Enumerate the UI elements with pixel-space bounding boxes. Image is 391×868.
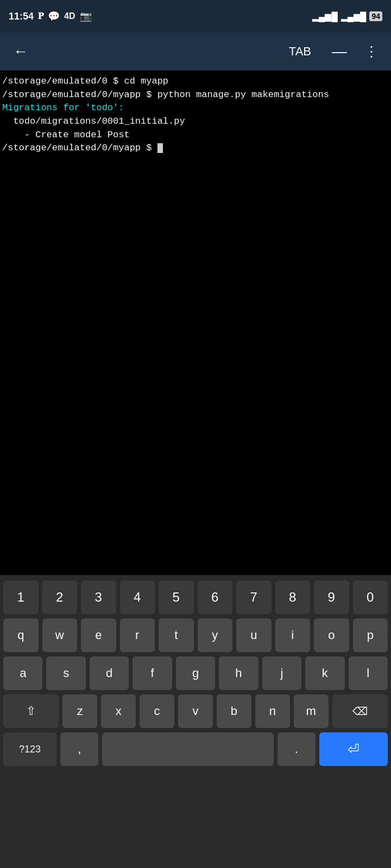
key-1[interactable]: 1 bbox=[3, 580, 39, 614]
space-key[interactable] bbox=[102, 732, 273, 766]
terminal-line-3: Migrations for 'todo': bbox=[2, 101, 389, 115]
terminal-line-2: /storage/emulated/0/myapp $ python manag… bbox=[2, 88, 389, 102]
more-options-button[interactable]: ⋮ bbox=[361, 39, 382, 65]
key-p[interactable]: p bbox=[353, 618, 388, 652]
key-k[interactable]: k bbox=[305, 656, 344, 690]
key-a[interactable]: a bbox=[3, 656, 42, 690]
back-button[interactable]: ← bbox=[9, 39, 33, 65]
keyboard-row-z: ⇧ z x c v b n m ⌫ bbox=[3, 694, 388, 728]
key-4[interactable]: 4 bbox=[120, 580, 155, 614]
signal-icon-2: ▂▄▆█ bbox=[341, 11, 367, 22]
status-right: ▂▄▆█ ▂▄▆█ 94 bbox=[312, 11, 382, 22]
key-f[interactable]: f bbox=[133, 656, 172, 690]
key-6[interactable]: 6 bbox=[198, 580, 233, 614]
key-e[interactable]: e bbox=[81, 618, 116, 652]
key-o[interactable]: o bbox=[314, 618, 349, 652]
key-x[interactable]: x bbox=[101, 694, 136, 728]
key-q[interactable]: q bbox=[3, 618, 39, 652]
terminal-line-1: /storage/emulated/0 $ cd myapp bbox=[2, 75, 389, 88]
key-b[interactable]: b bbox=[217, 694, 251, 728]
key-w[interactable]: w bbox=[42, 618, 78, 652]
key-g[interactable]: g bbox=[176, 656, 215, 690]
toolbar: ← TAB — ⋮ bbox=[0, 33, 391, 71]
status-time: 11:54 bbox=[9, 11, 34, 22]
key-2[interactable]: 2 bbox=[42, 580, 78, 614]
minimize-button[interactable]: — bbox=[326, 40, 352, 63]
key-7[interactable]: 7 bbox=[236, 580, 272, 614]
parking-icon: 𝐏 bbox=[38, 11, 43, 22]
key-s[interactable]: s bbox=[46, 656, 85, 690]
key-9[interactable]: 9 bbox=[314, 580, 349, 614]
key-n[interactable]: n bbox=[255, 694, 290, 728]
enter-key[interactable]: ⏎ bbox=[319, 732, 388, 766]
key-u[interactable]: u bbox=[236, 618, 272, 652]
key-c[interactable]: c bbox=[140, 694, 174, 728]
key-v[interactable]: v bbox=[178, 694, 213, 728]
keyboard-row-q: q w e r t y u i o p bbox=[3, 618, 388, 652]
terminal-line-6: /storage/emulated/0/myapp $ bbox=[2, 142, 389, 155]
comma-key[interactable]: , bbox=[60, 732, 98, 766]
key-z[interactable]: z bbox=[62, 694, 97, 728]
keyboard-row-a: a s d f g h j k l bbox=[3, 656, 388, 690]
backspace-key[interactable]: ⌫ bbox=[332, 694, 388, 728]
keyboard: 1 2 3 4 5 6 7 8 9 0 q w e r t y u i o p … bbox=[0, 575, 391, 868]
key-0[interactable]: 0 bbox=[353, 580, 388, 614]
messenger-icon: 💬 bbox=[48, 10, 60, 22]
status-bar: 11:54 𝐏 💬 4D 📷 ▂▄▆█ ▂▄▆█ 94 bbox=[0, 0, 391, 33]
key-d[interactable]: d bbox=[90, 656, 129, 690]
key-5[interactable]: 5 bbox=[159, 580, 194, 614]
terminal-cursor bbox=[157, 143, 163, 153]
keyboard-row-numbers: 1 2 3 4 5 6 7 8 9 0 bbox=[3, 580, 388, 614]
tab-button[interactable]: TAB bbox=[282, 40, 318, 63]
period-key[interactable]: . bbox=[278, 732, 316, 766]
key-l[interactable]: l bbox=[349, 656, 388, 690]
key-t[interactable]: t bbox=[159, 618, 194, 652]
key-r[interactable]: r bbox=[120, 618, 155, 652]
status-left: 11:54 𝐏 💬 4D 📷 bbox=[9, 10, 92, 22]
key-j[interactable]: j bbox=[262, 656, 301, 690]
signal-icon-1: ▂▄▆█ bbox=[312, 11, 338, 22]
symbols-key[interactable]: ?123 bbox=[3, 732, 56, 766]
key-h[interactable]: h bbox=[219, 656, 258, 690]
terminal-line-5: - Create model Post bbox=[2, 129, 389, 142]
keyboard-row-bottom: ?123 , . ⏎ bbox=[3, 732, 388, 766]
key-i[interactable]: i bbox=[275, 618, 311, 652]
key-m[interactable]: m bbox=[294, 694, 329, 728]
battery-indicator: 94 bbox=[369, 11, 382, 21]
key-3[interactable]: 3 bbox=[81, 580, 116, 614]
shift-key[interactable]: ⇧ bbox=[3, 694, 59, 728]
key-y[interactable]: y bbox=[198, 618, 233, 652]
terminal-line-4: todo/migrations/0001_initial.py bbox=[2, 115, 389, 129]
instagram-icon: 📷 bbox=[80, 10, 92, 22]
4d-icon: 4D bbox=[64, 11, 75, 21]
terminal-output[interactable]: /storage/emulated/0 $ cd myapp /storage/… bbox=[0, 71, 391, 575]
key-8[interactable]: 8 bbox=[275, 580, 311, 614]
